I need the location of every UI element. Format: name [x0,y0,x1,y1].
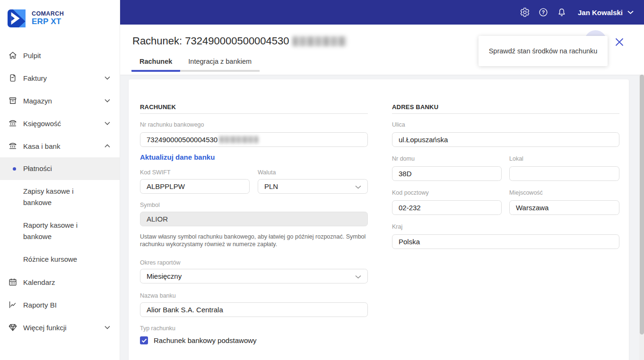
country-input[interactable] [392,234,619,249]
brand-erpxt: ERP XT [32,17,64,26]
sidebar-item-label: Raporty BI [23,301,57,309]
report-period-label: Okres raportów [140,259,368,266]
sidebar-item-label: Pulpit [23,51,41,60]
invoice-icon [8,73,18,83]
account-number-label: Nr rachunku bankowego [140,121,368,128]
chevron-down-icon [355,185,361,189]
sidebar-item-label: Płatności [23,163,99,174]
chevron-down-icon [104,99,110,103]
svg-text:?: ? [542,9,545,15]
chevron-down-icon [627,10,634,14]
apartment-input[interactable] [509,166,619,181]
sidebar-item-pulpit[interactable]: Pulpit [0,44,120,67]
redacted-account-digits [293,36,347,46]
house-no-label: Nr domu [392,155,502,162]
topbar: ? Jan Kowalski [120,0,644,25]
update-bank-data-link[interactable]: Aktualizuj dane banku [140,153,368,161]
symbol-label: Symbol [140,202,368,208]
sidebar-item-label: Faktury [23,74,47,82]
sidebar-item-label: Magazyn [23,97,52,105]
sidebar-item-kalendarz[interactable]: Kalendarz [0,271,120,293]
close-icon[interactable] [615,38,624,46]
report-period-select[interactable]: Miesięczny [140,269,368,283]
active-dot-icon [13,167,16,171]
chevron-down-icon [355,275,361,279]
currency-label: Waluta [258,169,368,176]
chevron-down-icon [104,326,110,329]
user-menu[interactable]: Jan Kowalski [578,9,634,17]
sidebar-item-label: Raporty kasowe i bankowe [23,220,99,242]
city-input[interactable] [509,200,619,215]
symbol-hint-text: Ustaw własny symbol rachunku bankowego, … [140,233,368,248]
sidebar-item-label: Więcej funkcji [23,324,67,332]
bank-icon [8,118,18,129]
postal-code-label: Kod pocztowy [392,189,502,196]
warehouse-icon [8,95,18,106]
chart-icon [8,300,18,310]
redacted-account-digits [219,136,258,143]
hint-tooltip-text: Sprawdź stan środków na rachunku [489,47,598,55]
tabs: Rachunek Integracja z bankiem [131,51,260,72]
page-title: Rachunek: 732490000500004530 [132,35,347,47]
sidebar-item-platnosci[interactable]: Płatności [0,157,120,180]
sidebar: COMARCH ERP XT Pulpit Faktury Magazyn Ks… [0,0,120,360]
chevron-down-icon [104,121,110,125]
divider [140,113,368,114]
primary-account-checkbox[interactable] [140,336,148,344]
account-type-label: Typ rachunku [140,325,368,332]
settings-icon[interactable] [520,7,530,17]
sidebar-item-roznice-kursowe[interactable]: Różnice kursowe [0,248,120,271]
country-label: Kraj [392,223,619,230]
swift-input[interactable] [140,179,250,194]
sidebar-item-ksiegowosc[interactable]: Księgowość [0,112,120,135]
sidebar-item-zapisy-kasowe[interactable]: Zapisy kasowe i bankowe [0,180,120,214]
postal-code-input[interactable] [392,200,502,215]
sidebar-item-raporty-bi[interactable]: Raporty BI [0,293,120,316]
sidebar-nav: Pulpit Faktury Magazyn Księgowość Kasa i… [0,44,120,339]
street-label: Ulica [392,121,619,128]
sidebar-item-label: Zapisy kasowe i bankowe [23,186,99,208]
sidebar-item-kasa-i-bank[interactable]: Kasa i bank [0,135,120,157]
app-logo[interactable]: COMARCH ERP XT [8,9,64,27]
section-title: ADRES BANKU [392,103,619,111]
section-title: RACHUNEK [140,103,368,111]
content-area: RACHUNEK Nr rachunku bankowego 732490000… [120,75,639,360]
user-name: Jan Kowalski [578,9,623,17]
sidebar-item-magazyn[interactable]: Magazyn [0,89,120,112]
diamond-icon [8,322,18,333]
divider [392,113,619,114]
tab-integracja-z-bankiem[interactable]: Integracja z bankiem [180,51,260,72]
tab-rachunek[interactable]: Rachunek [131,51,180,72]
bank-name-label: Nazwa banku [140,292,368,299]
section-rachunek: RACHUNEK Nr rachunku bankowego 732490000… [140,103,368,344]
calendar-icon [8,277,18,287]
sidebar-item-label: Kasa i bank [23,142,60,150]
hint-tooltip: Sprawdź stan środków na rachunku [479,36,608,66]
house-no-input[interactable] [392,166,502,181]
sidebar-item-label: Księgowość [23,120,61,128]
bank-name-input[interactable] [140,302,368,317]
symbol-input: ALIOR [140,212,368,226]
sidebar-item-label: Różnice kursowe [23,254,99,265]
apartment-label: Lokal [509,155,619,162]
home-icon [8,50,18,60]
notifications-icon[interactable] [557,7,567,17]
comarch-logo-icon [8,9,26,27]
street-input[interactable] [392,132,619,147]
section-adres-banku: ADRES BANKU Ulica Nr domu Lokal Kod pocz… [392,103,619,249]
form-card: RACHUNEK Nr rachunku bankowego 732490000… [129,79,629,360]
help-icon[interactable]: ? [538,7,548,17]
brand-comarch: COMARCH [32,10,64,17]
chevron-up-icon [104,144,110,148]
city-label: Miejscowość [509,189,619,196]
sidebar-item-wiecej-funkcji[interactable]: Więcej funkcji [0,316,120,339]
currency-select[interactable]: PLN [258,179,368,194]
bank-icon [8,141,18,151]
sidebar-item-raporty-kasowe[interactable]: Raporty kasowe i bankowe [0,214,120,248]
primary-account-checkbox-label: Rachunek bankowy podstawowy [154,336,257,344]
account-number-input[interactable]: 732490000500004530 [140,132,368,147]
chevron-down-icon [104,76,110,80]
sidebar-item-faktury[interactable]: Faktury [0,67,120,89]
scrollbar-thumb[interactable] [640,75,644,334]
swift-label: Kod SWIFT [140,169,250,176]
